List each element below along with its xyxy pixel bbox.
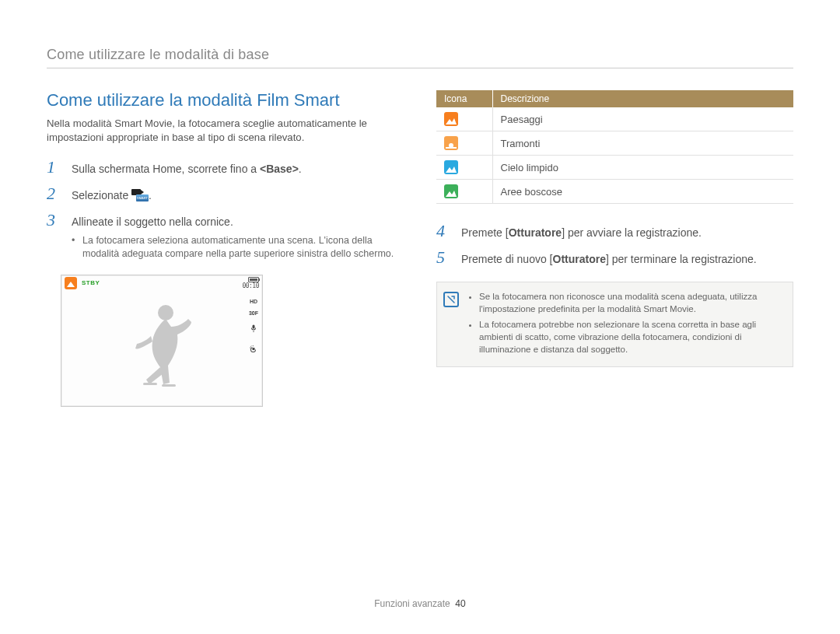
step-text: Sulla schermata Home, scorrete fino a <B… [72,162,404,177]
footer-page: 40 [455,598,465,609]
step4-post: ] per avviare la registrazione. [562,226,702,239]
svg-rect-6 [446,147,457,149]
step-1: 1 Sulla schermata Home, scorrete fino a … [47,157,404,177]
step-text: Selezionate SMART . [72,188,404,204]
step-number: 3 [47,210,61,230]
recording-time: 00:10 [242,282,259,289]
step-5: 5 Premete di nuovo [Otturatore] per term… [436,247,793,268]
step1-pre: Sulla schermata Home, scorrete fino a [72,163,260,175]
skater-figure [123,299,201,392]
svg-point-2 [158,305,173,321]
step2-text: Selezionate [72,189,131,201]
step5-post: ] per terminare la registrazione. [606,253,757,265]
row-desc: Cielo limpido [492,156,793,180]
th-icon: Icona [436,90,492,107]
forest-icon [444,184,458,198]
svg-rect-1 [252,348,254,350]
camera-preview: STBY 00:10 HD 30F [61,275,263,407]
standby-label: STBY [82,279,100,286]
battery-icon [248,277,259,282]
page-title: Come utilizzare la modalità Film Smart [47,90,404,110]
row-desc: Paesaggi [492,107,793,131]
table-row: Aree boscose [436,180,793,204]
step-number: 2 [47,184,61,204]
svg-rect-3 [143,383,157,385]
step-text: Premete di nuovo [Otturatore] per termin… [461,252,793,268]
note-box: Se la fotocamera non riconosce una modal… [436,282,793,367]
scene-icon-table: Icona Descrizione Paesaggi Tramonti [436,90,793,204]
step-text: Premete [Otturatore] per avviare la regi… [461,226,793,241]
svg-rect-0 [252,324,254,328]
note-icon [443,292,459,307]
th-desc: Descrizione [492,90,793,107]
step-3: 3 Allineate il soggetto nella cornice. L… [47,210,404,261]
page-footer: Funzioni avanzate 40 [0,598,840,609]
svg-rect-4 [162,384,176,387]
step-2: 2 Selezionate SMART . [47,184,404,204]
hd-badge: HD [249,299,258,304]
mode-landscape-icon [65,277,77,289]
step3-text: Allineate il soggetto nella cornice. [72,215,233,228]
sky-icon [444,160,458,174]
step3-sub: La fotocamera seleziona automaticamente … [72,234,404,261]
step1-post: . [299,163,302,175]
smart-movie-icon: SMART [131,189,149,201]
left-column: Come utilizzare la modalità Film Smart N… [47,90,404,407]
footer-section: Funzioni avanzate [374,598,450,609]
preview-right-icons: HD 30F [248,299,259,356]
row-desc: Aree boscose [492,180,793,204]
step5-pre: Premete di nuovo [ [461,253,553,265]
landscape-icon [444,112,458,126]
row-desc: Tramonti [492,131,793,156]
step2-post: . [149,189,152,201]
step5-bold: Otturatore [553,253,606,265]
step-number: 4 [436,221,450,241]
right-column: Icona Descrizione Paesaggi Tramonti [436,90,793,407]
step-4: 4 Premete [Otturatore] per avviare la re… [436,221,793,241]
step-number: 1 [47,157,61,177]
table-row: Tramonti [436,131,793,156]
step4-pre: Premete [ [461,226,509,239]
intro-text: Nella modalità Smart Movie, la fotocamer… [47,117,404,145]
step-text: Allineate il soggetto nella cornice. La … [72,215,404,261]
sunset-icon [444,136,458,150]
section-header: Come utilizzare le modalità di base [47,47,793,68]
mic-icon [249,322,258,336]
step4-bold: Otturatore [509,226,562,239]
note-list: Se la fotocamera non riconosce una modal… [467,290,783,359]
stabilization-icon [249,342,258,356]
fps-badge: 30F [248,310,259,316]
table-row: Cielo limpido [436,156,793,180]
note-item: La fotocamera potrebbe non selezionare l… [479,318,783,356]
note-item: Se la fotocamera non riconosce una modal… [479,290,783,315]
table-row: Paesaggi [436,107,793,131]
step1-bold: <Base> [260,163,299,175]
step-number: 5 [436,247,450,268]
